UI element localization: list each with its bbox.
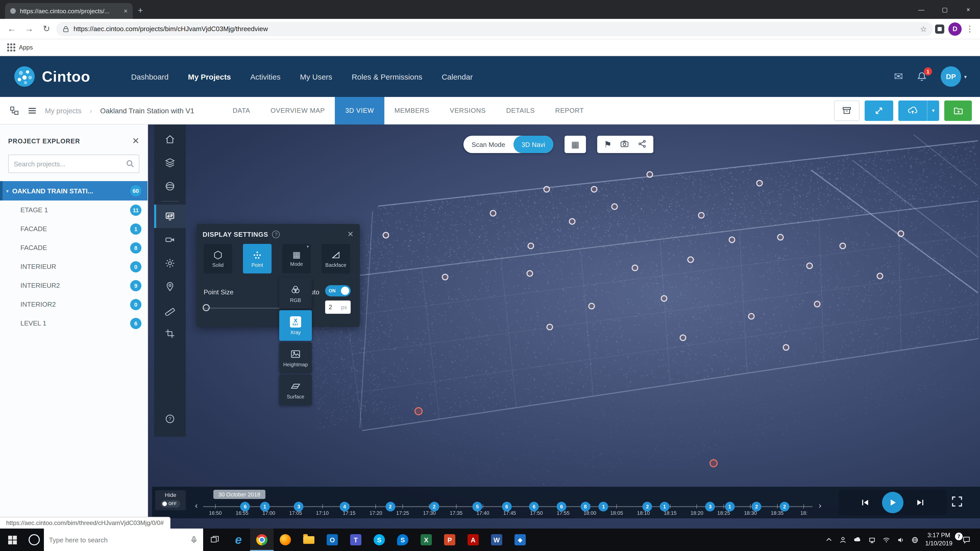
- project-tab[interactable]: VERSIONS: [440, 97, 496, 124]
- help-icon[interactable]: ?: [154, 407, 186, 430]
- taskbar-search-input[interactable]: [49, 536, 186, 544]
- timeline-scan-count-marker[interactable]: 2: [780, 502, 789, 511]
- scan-position-marker[interactable]: [729, 236, 735, 243]
- window-maximize-button[interactable]: ▢: [933, 0, 956, 19]
- display-settings-icon[interactable]: [154, 205, 186, 228]
- scan-position-marker[interactable]: [590, 186, 597, 192]
- user-menu-chevron-icon[interactable]: ▾: [964, 74, 967, 79]
- scan-position-marker[interactable]: [569, 218, 576, 225]
- address-bar[interactable]: https://aec.cintoo.com/projects/bim/cHJv…: [56, 22, 933, 36]
- notifications-bell-icon[interactable]: 1: [916, 71, 928, 82]
- scan-position-marker[interactable]: [897, 230, 904, 237]
- add-project-button[interactable]: [944, 100, 972, 121]
- video-capture-icon[interactable]: [154, 228, 186, 251]
- skype-business-icon[interactable]: S: [391, 529, 414, 551]
- project-tab[interactable]: OVERVIEW MAP: [260, 97, 335, 124]
- search-input[interactable]: [8, 155, 139, 173]
- browser-tab[interactable]: https://aec.cintoo.com/projects/... ×: [5, 3, 133, 19]
- tree-item[interactable]: ETAGE 1 11: [0, 200, 148, 219]
- window-close-button[interactable]: ×: [956, 0, 980, 19]
- brand-name[interactable]: Cintoo: [42, 68, 90, 85]
- nav-item[interactable]: Dashboard: [131, 72, 169, 81]
- timeline-scan-count-marker[interactable]: 6: [529, 502, 539, 511]
- settings-gear-icon[interactable]: [154, 251, 186, 275]
- timeline-scan-count-marker[interactable]: 1: [599, 502, 608, 511]
- point-size-input[interactable]: 2 px: [325, 300, 351, 314]
- timeline-scan-count-marker[interactable]: 2: [752, 502, 761, 511]
- scan-position-marker[interactable]: [646, 171, 653, 178]
- nav-item[interactable]: Activities: [250, 72, 280, 81]
- scan-position-marker[interactable]: [748, 313, 755, 320]
- slider-knob[interactable]: [203, 304, 210, 311]
- tab-close-icon[interactable]: ×: [124, 7, 127, 15]
- project-tab[interactable]: MEMBERS: [384, 97, 439, 124]
- messages-icon[interactable]: ✉: [894, 70, 903, 83]
- outlook-icon[interactable]: O: [321, 529, 344, 551]
- scan-mode-button[interactable]: Scan Mode: [463, 136, 514, 153]
- scan-position-marker[interactable]: [814, 301, 820, 308]
- mode-option-surface[interactable]: Surface: [279, 375, 312, 405]
- auto-toggle[interactable]: ON: [325, 285, 351, 297]
- timeline-scan-count-marker[interactable]: 4: [340, 502, 349, 511]
- edge-icon[interactable]: e: [227, 529, 250, 551]
- acrobat-icon[interactable]: A: [461, 529, 485, 551]
- scan-position-marker[interactable]: [877, 273, 883, 279]
- project-tab[interactable]: DATA: [222, 97, 260, 124]
- action-center-icon[interactable]: 7: [959, 535, 974, 544]
- tray-volume-icon[interactable]: [897, 536, 904, 544]
- timeline-scan-count-marker[interactable]: 2: [643, 502, 652, 511]
- screenshot-camera-icon[interactable]: [620, 139, 630, 150]
- scan-position-marker[interactable]: [611, 203, 618, 210]
- timeline-scan-count-marker[interactable]: 2: [429, 502, 439, 511]
- chrome-icon[interactable]: [250, 529, 274, 551]
- timeline-scan-count-marker[interactable]: 3: [294, 502, 304, 511]
- project-tab[interactable]: DETAILS: [496, 97, 545, 124]
- cintoo-logo-icon[interactable]: [13, 65, 36, 88]
- scan-position-marker[interactable]: [806, 262, 813, 269]
- project-explorer-toggle-icon[interactable]: [9, 105, 19, 116]
- timeline-scan-count-marker[interactable]: 1: [725, 502, 735, 511]
- hide-toggle[interactable]: OFF: [161, 500, 180, 508]
- taskbar-clock[interactable]: 3:17 PM 1/10/2019: [925, 532, 953, 548]
- photos-icon[interactable]: ◆: [508, 529, 532, 551]
- teams-icon[interactable]: T: [344, 529, 368, 551]
- scan-position-marker[interactable]: [679, 334, 686, 341]
- scan-position-marker[interactable]: [547, 324, 553, 330]
- scan-position-marker[interactable]: [383, 232, 389, 238]
- point-mode-tile[interactable]: Point: [243, 244, 272, 273]
- file-explorer-icon[interactable]: [297, 529, 321, 551]
- scan-position-marker[interactable]: [777, 234, 784, 241]
- project-tab[interactable]: 3D VIEW: [335, 97, 384, 124]
- share-icon[interactable]: [638, 139, 647, 150]
- cortana-button[interactable]: [24, 529, 44, 551]
- scan-position-marker[interactable]: [660, 295, 667, 302]
- tray-chevron-up-icon[interactable]: [825, 536, 832, 543]
- taskbar-search[interactable]: [44, 529, 203, 551]
- scan-position-marker[interactable]: [710, 459, 718, 467]
- scan-position-marker[interactable]: [414, 407, 423, 416]
- timeline-scan-count-marker[interactable]: 6: [557, 502, 566, 511]
- breadcrumb-root[interactable]: My projects: [45, 106, 81, 114]
- extension-icon[interactable]: [935, 24, 944, 33]
- tree-item[interactable]: FACADE 8: [0, 238, 148, 257]
- user-avatar[interactable]: DP: [941, 66, 961, 87]
- scans-sphere-icon[interactable]: [154, 175, 186, 198]
- nav-item[interactable]: My Projects: [188, 72, 231, 81]
- forward-icon[interactable]: →: [21, 21, 37, 37]
- tray-onedrive-icon[interactable]: [853, 536, 861, 544]
- mode-dropdown-tile[interactable]: ▾ ▦ Mode: [282, 244, 311, 273]
- scan-position-marker[interactable]: [528, 242, 534, 249]
- viewport-3d[interactable]: ? Scan Mode 3D Navi ▦ ⚑: [148, 124, 980, 529]
- scan-position-marker[interactable]: [698, 212, 705, 219]
- bookmark-star-icon[interactable]: ☆: [920, 24, 927, 33]
- timeline-scroll-left-icon[interactable]: ‹: [195, 502, 198, 510]
- skip-previous-icon[interactable]: [861, 498, 870, 507]
- timeline-scan-count-marker[interactable]: 1: [260, 502, 269, 511]
- scan-position-marker[interactable]: [442, 273, 449, 280]
- scan-position-marker[interactable]: [527, 270, 533, 277]
- scan-position-marker[interactable]: [543, 186, 550, 192]
- apps-shortcut[interactable]: Apps: [19, 44, 33, 51]
- nav-item[interactable]: My Users: [300, 72, 332, 81]
- measure-ruler-icon[interactable]: [154, 299, 186, 322]
- task-view-icon[interactable]: [203, 529, 227, 551]
